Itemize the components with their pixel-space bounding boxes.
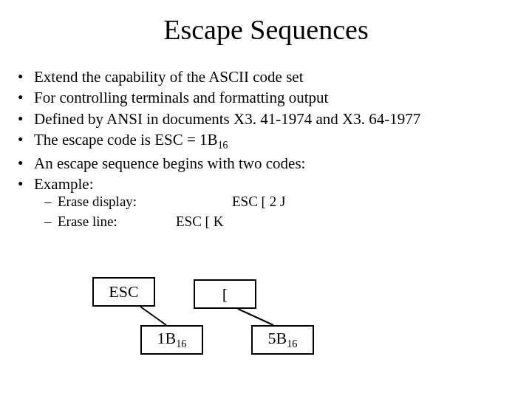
sub-bullet-item: – Erase display: ESC [ 2 J (44, 192, 285, 212)
sub-bullet-dash: – (44, 212, 58, 232)
bullet-dot: • (18, 174, 34, 194)
sub-bullet-item: – Erase line: ESC [ K (44, 212, 285, 232)
slide: Escape Sequences • Extend the capability… (0, 0, 532, 399)
diagram-box-label: 1B16 (157, 329, 187, 350)
bullet-dot: • (18, 153, 34, 174)
slide-title: Escape Sequences (0, 13, 532, 46)
diagram-box-hex-1b: 1B16 (140, 325, 203, 355)
bullet-item: • The escape code is ESC = 1B16 (18, 129, 420, 153)
sub-bullet-label: Erase display: (58, 192, 176, 212)
bullet-dot: • (18, 87, 34, 108)
bullet-item: • Defined by ANSI in documents X3. 41-19… (18, 109, 420, 129)
sub-bullet-list: – Erase display: ESC [ 2 J – Erase line:… (44, 192, 285, 231)
bullet-item: • For controlling terminals and formatti… (18, 87, 420, 108)
bullet-list: • Extend the capability of the ASCII cod… (18, 66, 420, 194)
diagram-box-esc: ESC (92, 277, 155, 307)
bullet-text: An escape sequence begins with two codes… (34, 153, 305, 174)
bullet-item: • Extend the capability of the ASCII cod… (18, 66, 420, 87)
diagram-box-bracket: [ (194, 279, 256, 309)
svg-line-1 (238, 309, 273, 325)
bullet-text: The escape code is ESC = 1B16 (34, 129, 228, 153)
sub-bullet-label: Erase line: (58, 212, 176, 232)
bullet-dot: • (18, 129, 34, 150)
sub-bullet-code: ESC [ 2 J (176, 192, 285, 212)
svg-line-0 (140, 307, 166, 325)
sub-bullet-code: ESC [ K (176, 212, 223, 232)
bullet-text: Defined by ANSI in documents X3. 41-1974… (34, 109, 420, 129)
bullet-dot: • (18, 109, 34, 129)
diagram-box-label: ESC (109, 282, 138, 301)
bullet-text: Extend the capability of the ASCII code … (34, 66, 304, 87)
sub-bullet-dash: – (44, 192, 58, 212)
bullet-dot: • (18, 66, 34, 87)
diagram-box-label: 5B16 (268, 329, 298, 350)
bullet-item: • An escape sequence begins with two cod… (18, 153, 420, 174)
bullet-text: For controlling terminals and formatting… (34, 87, 328, 108)
diagram-box-hex-5b: 5B16 (251, 325, 314, 355)
diagram-box-label: [ (222, 284, 228, 304)
